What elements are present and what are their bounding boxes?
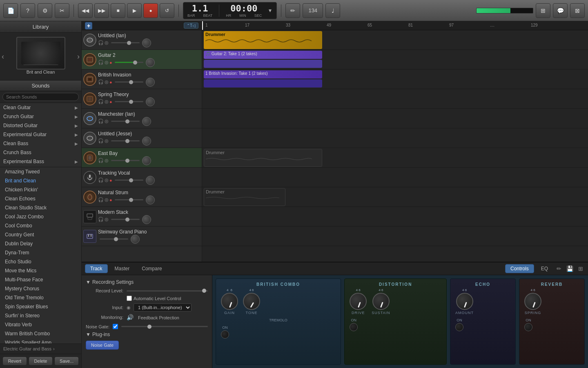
track-row-1[interactable]: Untitled (Ian) 🎧 ◎ (82, 30, 202, 50)
sub-sound-echo-studio[interactable]: Echo Studio (0, 257, 81, 266)
tempo-display[interactable]: 134 (303, 3, 323, 18)
add-track-btn[interactable]: + (85, 22, 92, 29)
grid-icon-btn[interactable]: ⊞ (577, 265, 585, 273)
category-experimental-bass[interactable]: Experimental Bass ▶ (0, 157, 81, 166)
sub-sound-mystery-chorus[interactable]: Mystery Chorus (0, 284, 81, 293)
sub-sound-clean-studio-stack[interactable]: Clean Studio Stack (0, 203, 81, 212)
stop-btn[interactable]: ■ (111, 3, 125, 18)
track-row-3[interactable]: British Invasion 🎧 ◎ ● (82, 70, 202, 89)
position-dropdown[interactable]: ▼ (267, 8, 272, 13)
sub-sound-warm-british[interactable]: Warm British Combo (0, 329, 81, 338)
spring-knob[interactable] (524, 293, 541, 310)
vol-knob-3[interactable] (146, 78, 155, 87)
mini-fader-2[interactable] (115, 62, 143, 63)
toolbar-gear-btn[interactable]: ⚙ (38, 3, 52, 18)
sub-sound-dyna-trem[interactable]: Dyna-Trem (0, 248, 81, 257)
category-crunch-guitar[interactable]: Crunch Guitar ▶ (0, 112, 81, 121)
mini-fader-4[interactable] (115, 101, 143, 102)
pencil-btn[interactable]: ✏ (285, 3, 300, 18)
vol-knob-5[interactable] (142, 117, 151, 126)
gain-knob[interactable] (221, 293, 238, 310)
region-invasion[interactable]: 1 British Invasion: Take 1 (2 takes) (204, 70, 322, 79)
note-btn[interactable]: ♩ (325, 3, 340, 18)
vol-knob-2[interactable] (146, 58, 155, 67)
tab-track[interactable]: Track (85, 264, 108, 273)
mini-fader-3[interactable] (115, 81, 143, 83)
record-level-slider[interactable] (127, 290, 208, 292)
category-clean-guitar[interactable]: Clean Guitar ▶ (0, 103, 81, 112)
track-row-11[interactable]: Steinway Grand Piano (82, 227, 202, 246)
search-input[interactable] (2, 93, 79, 101)
tab-controls[interactable]: Controls (505, 264, 534, 273)
sub-sound-worlds-smallest[interactable]: Worlds Smallest Amp (0, 338, 81, 343)
save-icon-btn[interactable]: 💾 (565, 265, 575, 273)
sub-sound-brit-and-clean[interactable]: Brit and Clean (0, 176, 81, 185)
noise-gate-btn[interactable]: Noise Gate (86, 341, 119, 350)
sub-sound-dublin-delay[interactable]: Dublin Delay (0, 239, 81, 248)
grid-btn[interactable]: ⊞ (536, 3, 550, 18)
track-row-9[interactable]: Natural Strum 🎧 ◎ ● (82, 187, 202, 207)
sub-sound-clean-echoes[interactable]: Clean Echoes (0, 194, 81, 203)
mini-fader-7[interactable] (111, 160, 140, 161)
region-guitar-2[interactable] (204, 60, 322, 68)
forward-btn[interactable]: ▶▶ (94, 3, 109, 18)
sub-sound-multi-phase[interactable]: Multi-Phase Face (0, 275, 81, 284)
region-drummer[interactable]: Drummer (204, 31, 322, 49)
record-btn[interactable]: ● (143, 3, 158, 18)
edit-icon-btn[interactable]: ✏ (555, 265, 563, 273)
sub-sound-cool-combo[interactable]: Cool Combo (0, 221, 81, 230)
category-distorted-guitar[interactable]: Distorted Guitar ▶ (0, 121, 81, 130)
vol-knob-11[interactable] (131, 235, 140, 244)
noise-gate-slider[interactable] (121, 326, 208, 327)
vol-knob-4[interactable] (146, 97, 155, 106)
sub-sound-move-the-mics[interactable]: Move the Mics (0, 266, 81, 275)
track-row-5[interactable]: Manchester (Ian) 🎧 ◎ (82, 109, 202, 128)
chat-btn[interactable]: 💬 (553, 3, 568, 18)
track-row-8[interactable]: Tracking Vocal 🎧 ◎ ● (82, 168, 202, 187)
tab-compare[interactable]: Compare (136, 264, 167, 273)
sub-sound-cool-jazz-combo[interactable]: Cool Jazz Combo (0, 212, 81, 221)
mini-fader-10[interactable] (111, 219, 140, 220)
reverb-on-knob[interactable] (524, 323, 532, 331)
rewind-btn[interactable]: ◀◀ (78, 3, 93, 18)
distortion-on-knob[interactable] (350, 323, 358, 331)
delete-btn[interactable]: Delete (29, 357, 53, 366)
sub-sound-spin-speaker[interactable]: Spin Speaker Blues (0, 302, 81, 311)
region-invasion-2[interactable] (204, 79, 322, 88)
vol-knob-6[interactable] (142, 137, 151, 146)
play-btn[interactable]: ▶ (127, 3, 142, 18)
vol-knob-7[interactable] (142, 156, 151, 165)
region-natural-strum[interactable]: Drummer (204, 188, 285, 206)
monitoring-icon[interactable]: 🔊 (127, 314, 134, 321)
toolbar-help-btn[interactable]: ? (20, 3, 35, 18)
input-select[interactable]: 1 (Built-in...icrophone) (134, 303, 192, 312)
mini-fader-9[interactable] (115, 199, 143, 200)
tab-eq[interactable]: EQ (536, 264, 553, 273)
vol-knob-9[interactable] (146, 195, 155, 204)
mini-fader-6[interactable] (111, 140, 140, 141)
noise-gate-checkbox[interactable] (113, 324, 118, 329)
collapse-arrow[interactable]: ▼ (86, 279, 91, 285)
save-btn[interactable]: Save... (54, 357, 79, 366)
category-clean-bass[interactable]: Clean Bass ▶ (0, 139, 81, 148)
cycle-btn[interactable]: ↺ (160, 3, 174, 18)
revert-btn[interactable]: Revert (2, 357, 27, 366)
tone-knob[interactable] (242, 292, 262, 312)
tab-master[interactable]: Master (109, 264, 135, 273)
sub-sound-country-gent[interactable]: Country Gent (0, 230, 81, 239)
sub-sound-chicken-pickin[interactable]: Chicken Pickin' (0, 185, 81, 194)
sub-sound-old-time-tremolo[interactable]: Old Time Tremolo (0, 293, 81, 302)
track-row-7[interactable]: East Bay 🎧 ◎ (82, 148, 202, 168)
region-guitar-label[interactable]: 🎵 Guitar 2: Take 1 (2 takes) (204, 51, 322, 59)
toolbar-settings-btn[interactable]: 📄 (3, 3, 18, 18)
region-east-bay[interactable]: Drummer (204, 149, 322, 167)
smart-controls-btn[interactable]: ⌃T◁ (184, 22, 198, 29)
british-on-knob[interactable] (221, 330, 229, 339)
category-crunch-bass[interactable]: Crunch Bass (0, 148, 81, 157)
share-btn[interactable]: ⊠ (570, 3, 585, 18)
next-preset-btn[interactable]: › (77, 52, 80, 61)
mini-fader-8[interactable] (115, 180, 143, 181)
prev-preset-btn[interactable]: ‹ (2, 52, 4, 61)
sub-sound-amazing-tweed[interactable]: Amazing Tweed (0, 167, 81, 176)
sub-sound-surfin[interactable]: Surfin' in Stereo (0, 311, 81, 320)
